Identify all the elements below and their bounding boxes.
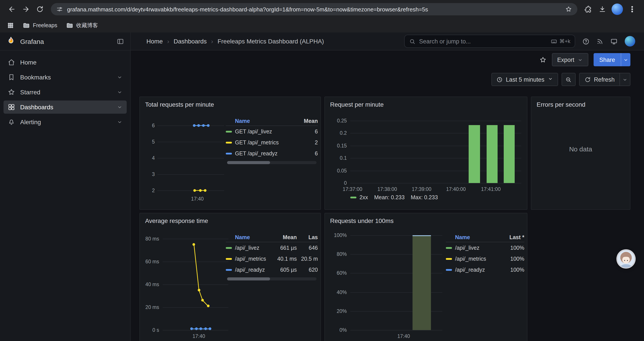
apps-grid-icon[interactable]	[7, 22, 14, 29]
legend-row[interactable]: /api/_livez100%	[446, 242, 524, 253]
chart-plot[interactable]	[158, 126, 224, 190]
legend-series-name: /api/_livez	[235, 245, 259, 251]
y-tick-label: 0.1	[340, 155, 347, 161]
bookmark-item[interactable]: 收藏博客	[66, 22, 98, 29]
panel-title[interactable]: Total requests per minute	[140, 97, 320, 108]
legend-header[interactable]: Name	[446, 234, 496, 240]
search-shortcut: ⌘+k	[550, 38, 570, 45]
sidebar-item-dashboards[interactable]: Dashboards	[4, 101, 127, 114]
scrollbar-thumb[interactable]	[227, 277, 270, 280]
site-info-icon[interactable]	[56, 6, 63, 13]
legend-row[interactable]: /api/_metrics100%	[446, 253, 524, 264]
legend-header[interactable]: Mean	[272, 234, 297, 240]
y-tick-label: 80 ms	[145, 236, 159, 241]
downloads-icon[interactable]	[596, 3, 609, 16]
data-point	[209, 327, 211, 330]
legend-value: 2	[298, 139, 318, 146]
floating-user-avatar[interactable]	[617, 250, 635, 268]
refresh-icon	[584, 76, 591, 83]
breadcrumb-separator: ›	[211, 38, 213, 45]
y-tick-label: 40 ms	[145, 282, 159, 287]
legend-row[interactable]: GET /api/_readyz6	[226, 148, 318, 159]
share-menu-chevron-icon[interactable]	[621, 53, 630, 66]
refresh-interval-chevron-icon[interactable]	[620, 73, 630, 86]
data-point	[198, 289, 200, 291]
favorite-star-icon[interactable]	[539, 56, 547, 63]
y-tick-label: 4	[152, 155, 155, 161]
x-tick-label: 17:39:00	[412, 187, 432, 192]
back-button[interactable]	[5, 3, 18, 16]
legend-scrollbar[interactable]	[227, 161, 316, 164]
panel-average-response-time: Average response time 80 ms60 ms40 ms20 …	[140, 213, 321, 341]
panel-title[interactable]: Errors per second	[531, 97, 630, 108]
y-tick-label: 5	[152, 139, 155, 144]
sidebar-item-bookmarks[interactable]: Bookmarks	[4, 71, 127, 84]
browser-profile-avatar[interactable]	[612, 4, 623, 15]
browser-menu-icon[interactable]	[626, 3, 639, 16]
bookmark-icon	[8, 73, 15, 81]
panel-title[interactable]: Average response time	[140, 213, 320, 224]
bookmark-label: 收藏博客	[76, 22, 98, 29]
legend-scrollbar[interactable]	[227, 277, 316, 280]
search-box[interactable]: ⌘+k	[404, 35, 575, 48]
panel-requests-under-100ms: Requests under 100ms 100%80%60%40%20%0%1…	[324, 213, 528, 341]
breadcrumb-item[interactable]: Dashboards	[174, 38, 207, 45]
sidebar-item-alerting[interactable]: Alerting	[4, 115, 127, 129]
time-range-picker[interactable]: Last 5 minutes	[492, 73, 558, 86]
sidebar-item-starred[interactable]: Starred	[4, 86, 127, 99]
chart-plot[interactable]	[163, 239, 228, 330]
chevron-down-icon	[116, 74, 123, 80]
sidebar-item-label: Dashboards	[20, 104, 53, 111]
sidebar-item-home[interactable]: Home	[4, 56, 127, 69]
panel-title[interactable]: Requests under 100ms	[325, 213, 527, 224]
legend-row[interactable]: /api/_readyz605 µs620	[226, 264, 318, 275]
legend-series-name: GET /api/_livez	[235, 128, 272, 135]
panel-title[interactable]: Request per minute	[325, 97, 527, 108]
scrollbar-thumb[interactable]	[227, 161, 270, 164]
rss-icon[interactable]	[596, 38, 604, 45]
extensions-icon[interactable]	[582, 3, 595, 16]
export-button[interactable]: Export	[552, 53, 588, 66]
legend-header[interactable]: Name	[226, 118, 295, 124]
grafana-logo-icon[interactable]	[6, 37, 16, 46]
legend-header[interactable]: Last *	[500, 234, 524, 240]
chart-plot[interactable]	[350, 121, 521, 183]
y-tick-label: 60%	[337, 270, 347, 276]
kiosk-monitor-icon[interactable]	[610, 38, 618, 45]
breadcrumb-separator: ›	[167, 38, 169, 45]
legend-value: 661 µs	[272, 245, 297, 251]
zoom-out-button[interactable]	[561, 73, 576, 86]
legend-series[interactable]: 2xx	[350, 194, 368, 201]
legend-header[interactable]: Name	[226, 234, 269, 240]
sidebar-item-label: Alerting	[20, 119, 41, 126]
legend-row[interactable]: GET /api/_metrics2	[226, 137, 318, 148]
breadcrumb-item[interactable]: Freeleaps Metrics Dashboard (ALPHA)	[218, 38, 324, 45]
forward-button[interactable]	[19, 3, 32, 16]
data-point	[202, 124, 205, 127]
legend-row[interactable]: /api/_readyz100%	[446, 264, 524, 275]
legend-header[interactable]: Las	[300, 234, 318, 240]
breadcrumb-item[interactable]: Home	[146, 38, 163, 45]
top-navigation: Home›Dashboards›Freeleaps Metrics Dashbo…	[131, 33, 644, 51]
legend-series-name: /api/_readyz	[455, 267, 485, 273]
legend-row[interactable]: /api/_livez661 µs646	[226, 242, 318, 253]
star-icon	[8, 88, 15, 96]
search-input[interactable]	[419, 38, 547, 45]
bookmark-item[interactable]: Freeleaps	[23, 22, 57, 29]
address-bar[interactable]	[51, 3, 577, 15]
legend-row[interactable]: GET /api/_livez6	[226, 126, 318, 137]
legend-row[interactable]: /api/_metrics40.1 ms20.5 m	[226, 253, 318, 264]
help-icon[interactable]	[582, 38, 590, 45]
share-button[interactable]: Share	[594, 53, 621, 66]
user-avatar[interactable]	[625, 36, 635, 47]
legend-header[interactable]: Mean	[298, 118, 318, 124]
reload-button[interactable]	[33, 3, 46, 16]
y-tick-label: 20%	[337, 308, 347, 314]
bookmark-star-icon[interactable]	[565, 6, 572, 13]
url-input[interactable]	[67, 6, 561, 13]
sidebar-collapse-icon[interactable]	[116, 38, 124, 45]
x-axis: 17:40	[158, 196, 224, 203]
legend-table: NameMeanLas/api/_livez661 µs646/api/_met…	[226, 233, 318, 275]
refresh-button[interactable]: Refresh	[579, 73, 620, 86]
chart-plot[interactable]	[350, 235, 442, 330]
